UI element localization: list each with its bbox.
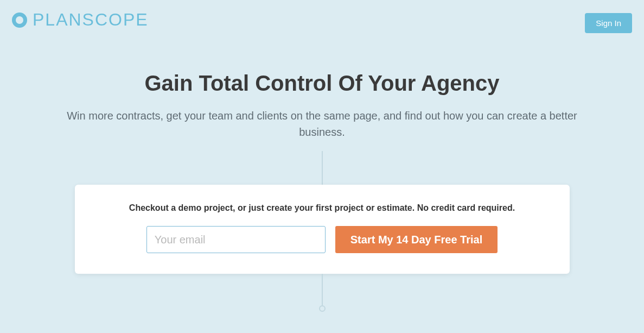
signup-card-text: Checkout a demo project, or just create … <box>97 203 548 213</box>
start-trial-button[interactable]: Start My 14 Day Free Trial <box>335 226 498 253</box>
logo-circle-icon <box>12 12 27 28</box>
hero: Gain Total Control Of Your Agency Win mo… <box>0 71 644 140</box>
logo-text: PLANSCOPE <box>33 10 149 30</box>
hero-subtitle: Win more contracts, get your team and cl… <box>46 108 599 140</box>
connector-dot-icon <box>319 305 326 312</box>
signin-button[interactable]: Sign In <box>585 13 632 33</box>
signup-card: Checkout a demo project, or just create … <box>75 185 570 274</box>
connector-line-bottom <box>322 274 323 305</box>
hero-title: Gain Total Control Of Your Agency <box>43 71 601 96</box>
email-input[interactable] <box>146 226 326 253</box>
logo[interactable]: PLANSCOPE <box>12 10 149 30</box>
signup-form-row: Start My 14 Day Free Trial <box>97 226 548 253</box>
header: PLANSCOPE Sign In <box>0 0 644 33</box>
connector-line-top <box>322 151 323 185</box>
